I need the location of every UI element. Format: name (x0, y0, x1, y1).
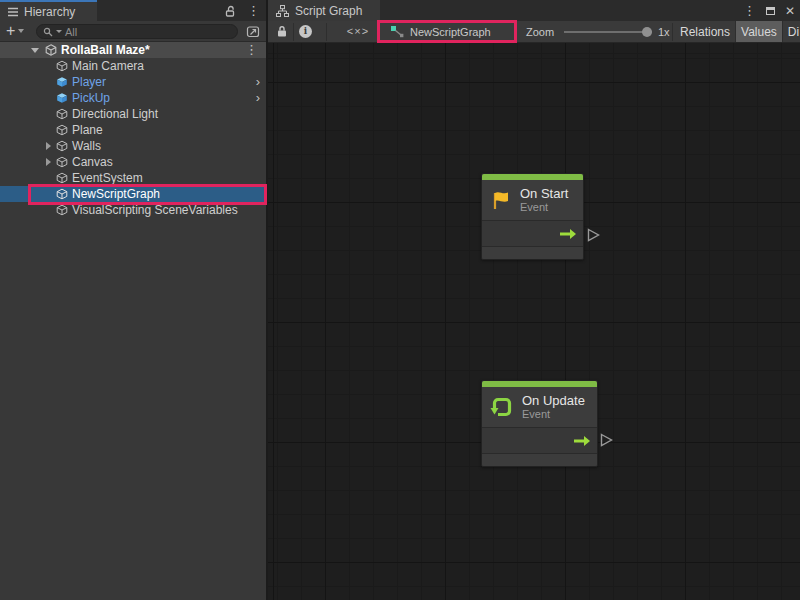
zoom-label: Zoom (526, 26, 554, 38)
zoom-slider[interactable] (564, 31, 652, 33)
gameobject-cube-icon (56, 188, 68, 200)
maximize-icon[interactable] (766, 7, 775, 15)
node-subtitle: Event (522, 408, 585, 421)
hierarchy-icon (7, 7, 19, 17)
unity-editor-window: Hierarchy ⋮ + All (0, 0, 800, 600)
values-button[interactable]: Values (736, 21, 782, 43)
item-label: EventSystem (72, 171, 143, 185)
open-window-icon (246, 25, 260, 38)
graph-asset-icon (390, 25, 404, 38)
script-graph-icon (276, 5, 289, 17)
hierarchy-menu-icon[interactable]: ⋮ (247, 4, 260, 17)
node-footer (482, 454, 597, 466)
list-item-canvas[interactable]: Canvas (0, 154, 266, 170)
gameobject-cube-icon (56, 172, 68, 184)
list-item-plane[interactable]: Plane (0, 122, 266, 138)
hierarchy-tab-label: Hierarchy (24, 5, 75, 19)
node-subtitle: Event (520, 201, 568, 214)
list-item-walls[interactable]: Walls (0, 138, 266, 154)
item-label: PickUp (72, 91, 110, 105)
tab-hierarchy[interactable]: Hierarchy (0, 0, 97, 21)
expand-triangle-icon[interactable] (46, 142, 51, 150)
list-item-scenevariables[interactable]: VisualScripting SceneVariables (0, 202, 266, 218)
node-title: On Start (520, 186, 568, 201)
list-item-player[interactable]: Player › (0, 74, 266, 90)
list-item-directional-light[interactable]: Directional Light (0, 106, 266, 122)
zoom-value: 1x (658, 26, 670, 38)
flag-icon (490, 190, 512, 210)
tab-script-graph[interactable]: Script Graph (268, 0, 380, 21)
item-label: VisualScripting SceneVariables (72, 203, 238, 217)
graph-name-breadcrumb[interactable]: NewScriptGraph (390, 25, 491, 38)
gameobject-cube-icon (56, 60, 68, 72)
item-label: Directional Light (72, 107, 158, 121)
scene-name: RollaBall Maze* (61, 42, 150, 58)
graph-name-label: NewScriptGraph (410, 26, 491, 38)
search-icon (43, 27, 53, 37)
search-filter-caret-icon (56, 30, 62, 33)
hierarchy-tabstrip: Hierarchy ⋮ (0, 0, 266, 21)
expand-triangle-icon[interactable] (46, 158, 51, 166)
gameobject-cube-icon (56, 124, 68, 136)
plus-icon: + (6, 22, 15, 40)
collapse-triangle-icon[interactable] (31, 48, 39, 53)
prefab-chevron-icon[interactable]: › (256, 90, 260, 106)
prefab-chevron-icon[interactable]: › (256, 74, 260, 90)
hierarchy-search-input[interactable]: All (36, 24, 238, 39)
lock-icon[interactable] (276, 25, 288, 38)
gameobject-cube-icon (56, 204, 68, 216)
graph-toolbar: i <×> NewScriptGraph Zoom 1x Relations V… (268, 21, 800, 43)
gameobject-cube-icon (56, 140, 68, 152)
graph-tabstrip: Script Graph ⋮ ✕ (268, 0, 800, 21)
graph-canvas[interactable]: On Start Event (268, 43, 800, 600)
item-label: Walls (72, 139, 101, 153)
scene-header[interactable]: RollaBall Maze* ⋮ (0, 42, 266, 58)
item-label: Plane (72, 123, 103, 137)
loop-icon (490, 396, 514, 418)
window-menu-icon[interactable]: ⋮ (743, 4, 756, 17)
item-label: Player (72, 75, 106, 89)
scene-menu-icon[interactable]: ⋮ (245, 43, 258, 56)
list-item-pickup[interactable]: PickUp › (0, 90, 266, 106)
node-on-start[interactable]: On Start Event (481, 173, 584, 260)
flow-output-arrow-icon[interactable] (559, 228, 577, 240)
output-port-triangle-icon[interactable] (587, 228, 600, 242)
list-item-eventsystem[interactable]: EventSystem (0, 170, 266, 186)
output-port-triangle-icon[interactable] (600, 433, 613, 447)
prefab-cube-icon (56, 92, 68, 104)
chevron-down-icon (18, 29, 24, 33)
list-item-newscriptgraph[interactable]: NewScriptGraph (0, 186, 266, 202)
variables-toggle[interactable]: <×> (334, 25, 382, 37)
item-label: Main Camera (72, 59, 144, 73)
list-item-main-camera[interactable]: Main Camera (0, 58, 266, 74)
focus-window-button[interactable] (245, 24, 261, 39)
node-title: On Update (522, 393, 585, 408)
search-scope-label: All (65, 26, 77, 38)
dim-button[interactable]: Di (783, 21, 800, 43)
zoom-slider-handle[interactable] (642, 27, 652, 37)
relations-button[interactable]: Relations (675, 21, 735, 43)
script-graph-tab-label: Script Graph (295, 4, 362, 18)
close-icon[interactable]: ✕ (785, 5, 795, 17)
info-icon[interactable]: i (299, 25, 312, 38)
node-footer (482, 247, 583, 259)
flow-output-arrow-icon[interactable] (573, 435, 591, 447)
prefab-cube-icon (56, 76, 68, 88)
unity-scene-icon (45, 44, 57, 56)
node-on-update[interactable]: On Update Event (481, 380, 598, 467)
hierarchy-list: Main Camera Player › PickUp › Directiona… (0, 58, 266, 218)
item-label: NewScriptGraph (72, 187, 160, 201)
gameobject-cube-icon (56, 108, 68, 120)
gameobject-cube-icon (56, 156, 68, 168)
add-object-button[interactable]: + (6, 22, 24, 40)
item-label: Canvas (72, 155, 113, 169)
hierarchy-toolbar: + All (0, 21, 266, 42)
unlock-icon[interactable] (224, 5, 236, 17)
